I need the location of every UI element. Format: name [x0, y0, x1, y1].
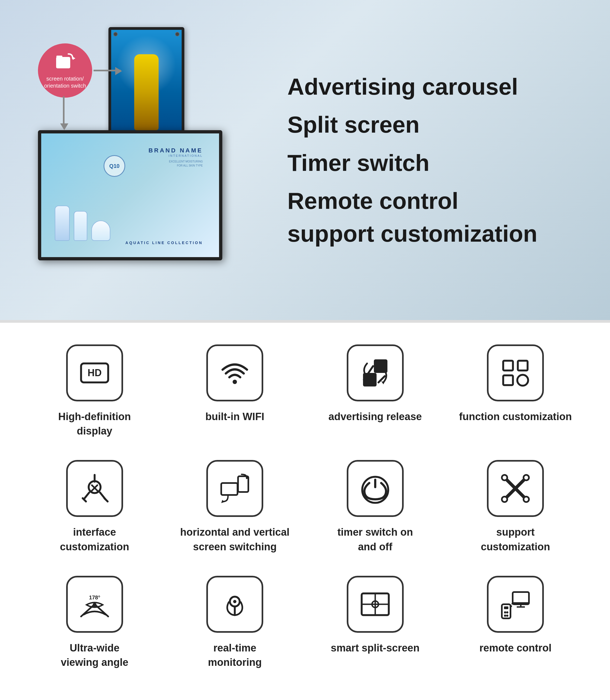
svg-point-38	[233, 600, 236, 603]
horizontal-screen-content: BRAND NAME INTERNATIONAL EXCELLENT MOIST…	[41, 133, 219, 257]
feature-label-interface: interfacecustomization	[60, 525, 129, 554]
feature-item-split-screen: smart split-screen	[313, 576, 437, 670]
function-icon	[499, 357, 532, 389]
feature-item-hd: HD High-definitiondisplay	[33, 345, 157, 438]
svg-rect-11	[518, 361, 528, 370]
timer-icon-box	[347, 460, 404, 517]
feature-label-monitoring: real-timemonitoring	[208, 641, 262, 670]
feature-label-hd: High-definitiondisplay	[58, 410, 131, 438]
screen-switch-icon	[219, 472, 251, 505]
remote-icon-box	[487, 576, 544, 633]
feature-label-viewing-angle: Ultra-wideviewing angle	[61, 641, 128, 670]
arrow-right	[94, 66, 126, 75]
svg-rect-51	[502, 604, 511, 618]
feature-item-function: function customization	[453, 345, 578, 438]
svg-rect-0	[57, 57, 70, 68]
svg-line-21	[105, 498, 108, 502]
split-screen-icon-box	[347, 576, 404, 633]
section-divider	[0, 320, 610, 323]
split-screen-icon	[359, 588, 391, 621]
wifi-icon-box	[206, 345, 263, 401]
svg-point-53	[504, 611, 506, 614]
feature-label-remote: remote control	[479, 641, 551, 655]
feature-item-screen-switch: horizontal and verticalscreen switching	[173, 460, 297, 554]
interface-icon	[78, 472, 111, 505]
bottom-section: HD High-definitiondisplay built-in WIFI	[0, 323, 610, 691]
viewing-angle-icon: 178°	[78, 588, 111, 621]
feature-label-split-screen: smart split-screen	[331, 641, 419, 655]
arrow-down	[60, 96, 68, 134]
remote-icon	[499, 588, 532, 621]
rotation-label: screen rotation/ orientation switch	[38, 75, 92, 89]
feature-4: Remote controlsupport customization	[287, 185, 588, 250]
svg-marker-2	[73, 57, 75, 60]
feature-item-monitoring: real-timemonitoring	[173, 576, 297, 670]
viewing-angle-icon-box: 178°	[66, 576, 123, 633]
screen-switch-icon-box	[206, 460, 263, 517]
timer-icon	[359, 472, 391, 505]
feature-item-advertising: advertising release	[313, 345, 437, 438]
svg-rect-1	[57, 55, 62, 58]
feature-label-function: function customization	[459, 410, 572, 424]
svg-point-55	[504, 615, 506, 617]
feature-label-timer: timer switch onand off	[337, 525, 413, 554]
support-icon	[499, 472, 532, 505]
svg-point-36	[93, 603, 97, 607]
display-illustration: screen rotation/ orientation switch	[22, 16, 266, 304]
advertising-icon	[359, 357, 391, 389]
svg-rect-22	[221, 483, 238, 495]
svg-rect-12	[503, 375, 513, 385]
feature-3: Timer switch	[287, 146, 588, 179]
top-features: Advertising carousel Split screen Timer …	[266, 70, 588, 250]
feature-item-support: supportcustomization	[453, 460, 578, 554]
svg-point-13	[517, 375, 528, 386]
features-grid: HD High-definitiondisplay built-in WIFI	[33, 345, 577, 670]
svg-point-32	[524, 497, 529, 502]
feature-label-screen-switch: horizontal and verticalscreen switching	[180, 525, 290, 554]
hd-icon: HD	[78, 357, 111, 389]
svg-point-29	[502, 475, 507, 480]
feature-item-remote: remote control	[453, 576, 578, 670]
hd-icon-box: HD	[66, 345, 123, 401]
svg-rect-10	[503, 361, 513, 370]
wifi-icon	[219, 357, 251, 389]
svg-point-5	[232, 380, 237, 384]
advertising-icon-box	[347, 345, 404, 401]
feature-1: Advertising carousel	[287, 70, 588, 103]
svg-point-31	[502, 497, 507, 502]
svg-text:178°: 178°	[89, 594, 100, 601]
feature-item-interface: interfacecustomization	[33, 460, 157, 554]
feature-item-timer: timer switch onand off	[313, 460, 437, 554]
rotation-circle: screen rotation/ orientation switch	[38, 43, 92, 98]
svg-point-30	[524, 475, 529, 480]
svg-line-18	[84, 493, 89, 499]
svg-point-54	[506, 611, 508, 614]
svg-point-56	[506, 615, 508, 617]
horizontal-monitor: BRAND NAME INTERNATIONAL EXCELLENT MOIST…	[38, 130, 222, 260]
interface-icon-box	[66, 460, 123, 517]
feature-item-viewing-angle: 178° Ultra-wideviewing angle	[33, 576, 157, 670]
feature-label-advertising: advertising release	[328, 410, 422, 424]
monitoring-icon	[219, 588, 251, 621]
feature-label-support: supportcustomization	[481, 525, 550, 554]
top-section: screen rotation/ orientation switch	[0, 0, 610, 320]
function-icon-box	[487, 345, 544, 401]
svg-rect-52	[504, 606, 508, 609]
feature-item-wifi: built-in WIFI	[173, 345, 297, 438]
rotation-icon	[54, 52, 76, 74]
feature-2: Split screen	[287, 108, 588, 141]
feature-label-wifi: built-in WIFI	[206, 410, 264, 424]
monitoring-icon-box	[206, 576, 263, 633]
support-icon-box	[487, 460, 544, 517]
svg-text:HD: HD	[87, 367, 102, 378]
